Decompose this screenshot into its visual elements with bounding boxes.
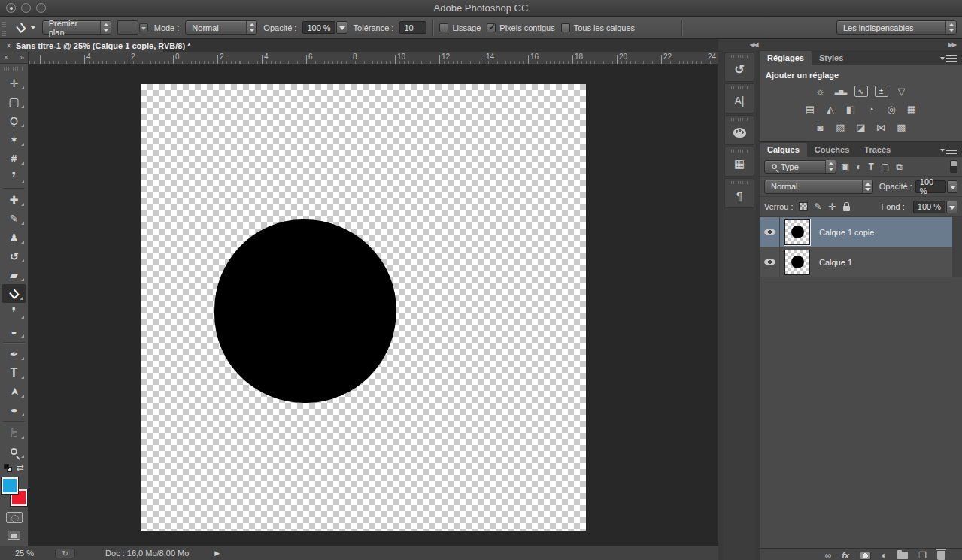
new-adjustment-layer-icon[interactable]: ◐ xyxy=(882,551,887,560)
collapse-tools-icon[interactable]: » xyxy=(20,53,24,62)
workspace-select[interactable]: Les indispensables xyxy=(836,20,957,35)
add-layer-mask-icon[interactable] xyxy=(860,552,871,560)
tolerance-input[interactable]: 10 xyxy=(399,21,426,34)
dodge-tool[interactable]: ◒ xyxy=(0,322,28,341)
opacity-dropdown-button[interactable] xyxy=(336,21,347,34)
close-tab-icon[interactable]: × xyxy=(6,41,11,51)
foreground-color-swatch[interactable] xyxy=(2,477,18,494)
minimize-window-button[interactable] xyxy=(21,3,31,13)
fill-dropdown-button[interactable] xyxy=(946,201,957,213)
checkbox-box[interactable] xyxy=(561,23,570,32)
thumbnail-cell[interactable] xyxy=(780,250,815,275)
filter-shape-layers-icon[interactable]: ▢ xyxy=(881,162,889,172)
tools-panel-grip[interactable] xyxy=(4,65,24,72)
filter-smart-objects-icon[interactable]: ⧉ xyxy=(896,162,903,172)
lock-position-icon[interactable]: ✛ xyxy=(829,201,836,212)
layers-opacity-value[interactable]: 100 % xyxy=(915,180,946,193)
quick-mask-button[interactable] xyxy=(6,512,23,523)
pattern-picker[interactable] xyxy=(117,20,148,35)
path-selection-tool[interactable]: ➤ xyxy=(0,382,28,401)
layer-row-calque-1[interactable]: Calque 1 xyxy=(760,247,952,277)
layers-opacity-dropdown-button[interactable] xyxy=(947,180,957,193)
delete-layer-icon[interactable] xyxy=(937,551,945,560)
tab-reglages[interactable]: Réglages xyxy=(760,51,812,65)
visibility-cell[interactable] xyxy=(760,247,780,277)
levels-icon[interactable]: ▂▅▂ xyxy=(834,86,848,97)
brightness-contrast-icon[interactable]: ☼ xyxy=(814,86,827,97)
tab-couches[interactable]: Couches xyxy=(807,143,857,157)
tool-preset-picker[interactable]: ⊔ xyxy=(17,21,36,35)
invert-icon[interactable]: ◙ xyxy=(814,122,827,133)
lock-paint-icon[interactable]: ✎ xyxy=(815,201,822,212)
all-layers-checkbox[interactable]: Tous les calques xyxy=(561,23,635,32)
color-lookup-icon[interactable]: ▦ xyxy=(905,104,918,115)
fill-control[interactable]: 100 % xyxy=(913,201,957,213)
swatches-panel-button[interactable]: ▦ xyxy=(724,147,754,177)
posterize-icon[interactable]: ▨ xyxy=(834,122,848,133)
exposure-icon[interactable]: ± xyxy=(875,86,888,97)
eraser-tool[interactable]: ▰ xyxy=(0,265,28,284)
visibility-cell[interactable] xyxy=(760,217,780,247)
hue-saturation-icon[interactable]: ▤ xyxy=(803,104,817,115)
options-bar-grip[interactable] xyxy=(2,20,6,36)
panel-menu-icon[interactable] xyxy=(946,55,957,62)
swap-colors-icon[interactable]: ⇄ xyxy=(17,462,24,473)
mode-select[interactable]: Normal xyxy=(185,20,257,35)
screen-mode-button[interactable] xyxy=(8,531,20,540)
close-window-button[interactable] xyxy=(6,3,16,13)
lock-all-icon[interactable] xyxy=(843,206,850,211)
threshold-icon[interactable]: ◪ xyxy=(854,122,868,133)
link-layers-icon[interactable]: ∞ xyxy=(825,551,832,560)
tab-calques[interactable]: Calques xyxy=(760,143,807,157)
zoom-level-field[interactable]: 25 % xyxy=(15,549,34,558)
magic-wand-tool[interactable]: ✶ xyxy=(0,130,28,149)
ellipse-tool[interactable]: ● xyxy=(0,401,28,419)
move-tool[interactable]: ✛ xyxy=(0,74,28,92)
layer-name[interactable]: Calque 1 copie xyxy=(819,228,874,237)
expand-dock-right-icon[interactable]: ▶▶ xyxy=(948,41,956,48)
color-balance-icon[interactable]: ◭ xyxy=(824,104,837,115)
checkbox-box[interactable]: ✓ xyxy=(487,23,496,32)
hand-tool[interactable]: ☞ xyxy=(0,423,28,442)
fill-source-select[interactable]: Premier plan xyxy=(42,20,111,35)
document-tab[interactable]: × Sans titre-1 @ 25% (Calque 1 copie, RV… xyxy=(0,39,164,52)
clone-stamp-tool[interactable]: ♟ xyxy=(0,228,28,247)
eyedropper-tool[interactable]: ❜ xyxy=(0,168,28,186)
status-expand-arrow-icon[interactable]: ▶ xyxy=(214,549,220,557)
photo-filter-icon[interactable]: ◔ xyxy=(864,104,878,115)
rectangular-marquee-tool[interactable]: ▢ xyxy=(0,92,28,111)
black-white-icon[interactable]: ◧ xyxy=(844,104,857,115)
new-group-icon[interactable] xyxy=(897,552,908,559)
document-canvas[interactable] xyxy=(141,84,586,531)
tab-styles[interactable]: Styles xyxy=(812,51,851,65)
new-layer-icon[interactable]: ❐ xyxy=(918,551,927,560)
pen-tool[interactable]: ✒ xyxy=(0,344,28,363)
default-colors-icon[interactable] xyxy=(4,464,12,472)
spot-healing-brush-tool[interactable]: ✚ xyxy=(0,190,28,209)
collapse-dock-left-icon[interactable]: ◀◀ xyxy=(750,41,757,48)
layer-filter-select[interactable]: Type xyxy=(764,160,836,174)
fill-value[interactable]: 100 % xyxy=(913,201,945,213)
blend-mode-select[interactable]: Normal xyxy=(764,180,873,194)
panel-menu-icon[interactable] xyxy=(946,147,957,154)
lock-transparency-icon[interactable] xyxy=(799,202,808,211)
crop-tool[interactable]: # xyxy=(0,149,28,168)
close-tools-icon[interactable]: × xyxy=(4,53,8,62)
filter-adjustment-layers-icon[interactable]: ◐ xyxy=(856,162,861,172)
lasso-tool[interactable]: Ϙ xyxy=(0,111,28,130)
opacity-value[interactable]: 100 % xyxy=(302,21,335,34)
checkbox-box[interactable] xyxy=(439,23,448,32)
zoom-window-button[interactable] xyxy=(36,3,46,13)
layer-name[interactable]: Calque 1 xyxy=(819,258,852,267)
filter-toggle-switch[interactable] xyxy=(950,160,957,173)
character-panel-button[interactable]: A| xyxy=(724,83,754,114)
filter-pixel-layers-icon[interactable]: ▣ xyxy=(841,162,849,172)
thumbnail-cell[interactable] xyxy=(780,219,815,245)
channel-mixer-icon[interactable]: ◎ xyxy=(885,104,898,115)
history-brush-tool[interactable]: ↺ xyxy=(0,247,28,265)
blur-tool[interactable]: ❜ xyxy=(0,303,28,322)
zoom-tool[interactable] xyxy=(0,442,28,461)
brush-tool[interactable]: ✎ xyxy=(0,209,28,228)
color-panel-button[interactable] xyxy=(724,115,754,145)
curves-icon[interactable]: ∿ xyxy=(854,86,868,97)
